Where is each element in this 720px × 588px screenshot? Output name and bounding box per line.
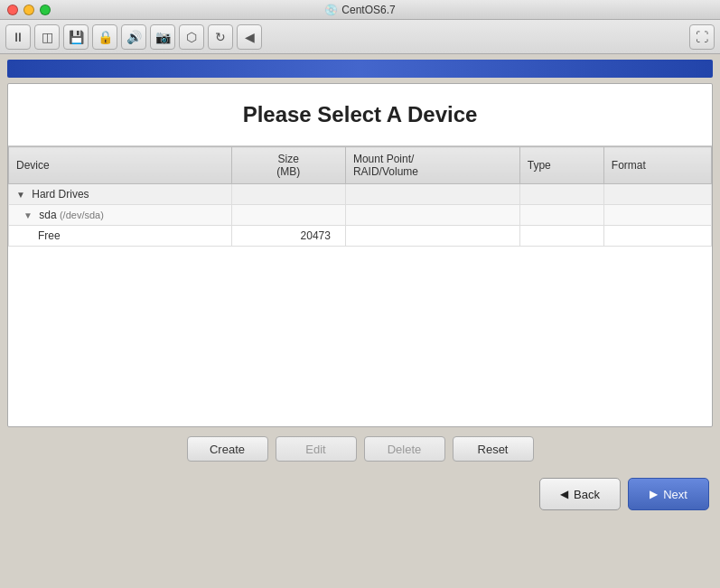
- page-title: Please Select A Device: [26, 102, 694, 127]
- minimize-button[interactable]: [23, 5, 34, 15]
- pause-button[interactable]: ⏸: [5, 24, 31, 50]
- progress-area: [0, 54, 720, 83]
- hard-drives-cell: ▼ Hard Drives: [9, 184, 232, 205]
- hard-drives-mount: [345, 184, 519, 205]
- window-title: 💿 CentOS6.7: [324, 4, 395, 16]
- progress-bar: [7, 60, 713, 78]
- usb-button[interactable]: ⬡: [179, 24, 204, 50]
- device-table-scroll[interactable]: Device Size(MB) Mount Point/RAID/Volume …: [8, 146, 712, 426]
- main-content: Please Select A Device Device Size(MB) M…: [7, 83, 713, 427]
- arrow-button[interactable]: ◀: [237, 24, 262, 50]
- col-type: Type: [519, 147, 603, 184]
- col-mount: Mount Point/RAID/Volume: [345, 147, 519, 184]
- hard-drives-type: [519, 184, 603, 205]
- table-row[interactable]: Free 20473: [9, 226, 712, 247]
- table-row[interactable]: ▼ sda (/dev/sda): [9, 205, 712, 226]
- next-arrow-icon: ▶: [650, 488, 658, 500]
- close-button[interactable]: [7, 5, 18, 15]
- maximize-button[interactable]: [40, 5, 51, 15]
- audio-button[interactable]: 🔊: [121, 24, 146, 50]
- col-device: Device: [9, 147, 232, 184]
- floppy-button[interactable]: 💾: [63, 24, 89, 50]
- next-button[interactable]: ▶ Next: [628, 478, 709, 510]
- progress-bar-fill: [7, 60, 713, 78]
- reset-button[interactable]: Reset: [453, 436, 534, 462]
- collapse-icon: ▼: [16, 190, 25, 200]
- free-format: [603, 226, 711, 247]
- refresh-button[interactable]: ↻: [208, 24, 233, 50]
- sda-mount: [345, 205, 519, 226]
- fullscreen-button[interactable]: ⛶: [689, 24, 715, 50]
- free-mount: [345, 226, 519, 247]
- back-button[interactable]: ◀ Back: [539, 478, 621, 510]
- back-arrow-icon: ◀: [560, 488, 568, 500]
- sda-size: [231, 205, 345, 226]
- sda-type: [519, 205, 603, 226]
- col-size: Size(MB): [231, 147, 345, 184]
- delete-button[interactable]: Delete: [364, 436, 445, 462]
- hard-drives-size: [231, 184, 345, 205]
- create-button[interactable]: Create: [187, 436, 268, 462]
- action-buttons: Create Edit Delete Reset: [0, 427, 720, 471]
- free-type: [519, 226, 603, 247]
- col-format: Format: [603, 147, 711, 184]
- disk-icon: 💿: [324, 4, 338, 16]
- window-controls: [7, 5, 51, 15]
- screenshot-button[interactable]: ◫: [34, 24, 60, 50]
- sda-format: [603, 205, 711, 226]
- nav-buttons: ◀ Back ▶ Next: [0, 471, 720, 518]
- free-size: 20473: [231, 226, 345, 247]
- table-row[interactable]: ▼ Hard Drives: [9, 184, 712, 205]
- lock-button[interactable]: 🔒: [92, 24, 117, 50]
- device-table: Device Size(MB) Mount Point/RAID/Volume …: [8, 146, 712, 247]
- page-title-area: Please Select A Device: [8, 84, 712, 146]
- free-cell: Free: [9, 226, 232, 247]
- sda-collapse-icon: ▼: [23, 210, 33, 220]
- hard-drives-format: [603, 184, 711, 205]
- table-header-row: Device Size(MB) Mount Point/RAID/Volume …: [9, 147, 712, 184]
- toolbar: ⏸ ◫ 💾 🔒 🔊 📷 ⬡ ↻ ◀ ⛶: [0, 20, 720, 54]
- title-bar: 💿 CentOS6.7: [0, 0, 720, 20]
- edit-button[interactable]: Edit: [276, 436, 357, 462]
- camera-button[interactable]: 📷: [150, 24, 175, 50]
- sda-cell: ▼ sda (/dev/sda): [9, 205, 232, 226]
